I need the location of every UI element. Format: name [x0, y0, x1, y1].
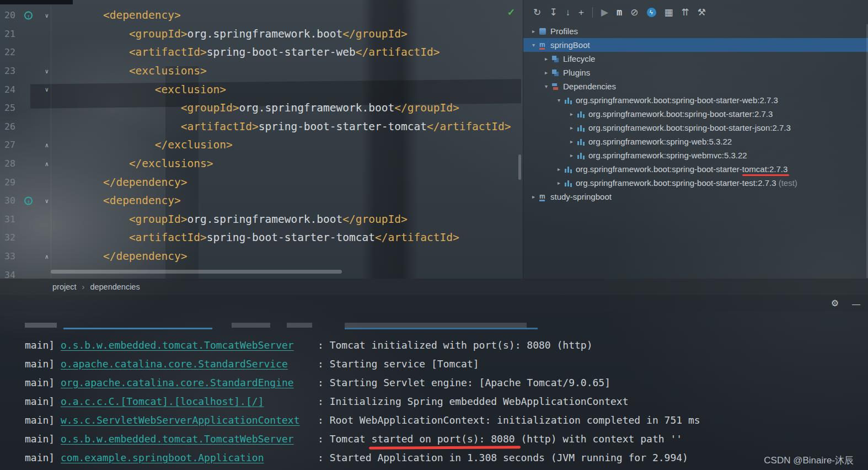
tree-item[interactable]: ▸org.springframework:spring-webmvc:5.3.2…	[523, 148, 868, 162]
plugins-icon	[551, 69, 560, 77]
editor-horizontal-scrollbar[interactable]	[51, 270, 342, 274]
download-icon[interactable]: ↓	[566, 8, 571, 17]
settings-gear-icon[interactable]: ⚙	[831, 299, 839, 308]
editor-line[interactable]: 30↑∨<dependency>	[0, 191, 523, 210]
editor-line[interactable]: 23∨<exclusions>	[0, 62, 523, 81]
editor-line[interactable]: 27∧</exclusion>	[0, 136, 523, 154]
breadcrumb-item[interactable]: dependencies	[90, 282, 140, 291]
chevron-right-icon[interactable]: ▸	[542, 70, 551, 76]
skip-tests-icon[interactable]: ⊘	[630, 8, 638, 17]
fold-marker-icon[interactable]: ∨	[45, 197, 49, 204]
add-icon[interactable]: +	[578, 8, 584, 17]
breadcrumb: project › dependencies	[0, 279, 868, 295]
grid-icon[interactable]: ▦	[665, 8, 673, 17]
tree-item[interactable]: ▸Profiles	[523, 24, 868, 38]
fold-marker-icon[interactable]: ∨	[45, 12, 49, 19]
chevron-right-icon[interactable]: ▸	[567, 138, 576, 145]
clipped-text-fragment	[232, 323, 270, 328]
gutter-navigate-icon[interactable]: ↑	[24, 196, 33, 205]
editor-line[interactable]: 29</dependency>	[0, 173, 523, 191]
editor-line[interactable]: 22<artifactId>spring-boot-starter-web</a…	[0, 43, 523, 62]
logger-link[interactable]: o.apache.catalina.core.StandardService	[61, 358, 288, 370]
editor-line[interactable]: 33∧</dependency>	[0, 247, 523, 266]
logger-link[interactable]: o.s.b.w.embedded.tomcat.TomcatWebServer	[61, 433, 294, 445]
tree-item[interactable]: ▸org.springframework.boot:spring-boot-st…	[523, 162, 868, 176]
editor-line[interactable]: 26<artifactId>spring-boot-starter-tomcat…	[0, 118, 523, 136]
editor-line[interactable]: 21<groupId>org.springframework.boot</gro…	[0, 25, 523, 44]
fold-marker-icon[interactable]: ∨	[45, 67, 49, 74]
editor-line[interactable]: 25<groupId>org.springframework.boot</gro…	[0, 99, 523, 118]
chevron-down-icon[interactable]: ▾	[554, 97, 564, 103]
chevron-right-icon[interactable]: ▸	[554, 180, 564, 186]
fold-marker-icon[interactable]: ∧	[45, 141, 49, 148]
log-separator: :	[318, 339, 330, 351]
logger-link[interactable]: org.apache.catalina.core.StandardEngine	[61, 377, 294, 388]
offline-icon[interactable]: ϟ	[647, 8, 656, 17]
code-segment: </groupId>	[342, 213, 407, 226]
editor-line[interactable]: 28∧</exclusions>	[0, 154, 523, 173]
log-separator: :	[318, 377, 330, 388]
minimize-icon[interactable]: —	[852, 300, 860, 308]
code-segment: </dependency>	[103, 176, 187, 189]
tree-item[interactable]: ▾springBoot	[523, 38, 868, 52]
download-sources-icon[interactable]: ↧	[549, 8, 557, 17]
wrench-icon[interactable]: ⚒	[698, 8, 706, 17]
fold-marker-icon[interactable]: ∧	[45, 253, 49, 260]
log-separator: :	[318, 414, 330, 426]
tree-item[interactable]: ▸org.springframework.boot:spring-boot-st…	[523, 107, 868, 121]
code-segment: <exclusion>	[155, 83, 226, 96]
watermark: CSDN @Binaire-沐辰	[764, 454, 854, 467]
collapse-all-icon[interactable]: ⇈	[682, 8, 689, 17]
line-number: 23	[0, 66, 21, 76]
line-number: 25	[0, 103, 21, 113]
tree-item[interactable]: ▾org.springframework.boot:spring-boot-st…	[523, 93, 868, 107]
editor-line[interactable]: 24∨<exclusion>	[0, 80, 523, 99]
line-number: 24	[0, 84, 21, 95]
tree-item[interactable]: ▸org.springframework.boot:spring-boot-st…	[523, 121, 868, 135]
tree-item[interactable]: ▸study-springboot	[523, 190, 868, 204]
chevron-right-icon[interactable]: ▸	[529, 28, 538, 34]
tree-item[interactable]: ▸Lifecycle	[523, 52, 868, 66]
gutter-icons	[21, 99, 51, 118]
profiles-icon	[538, 28, 547, 35]
chevron-down-icon[interactable]: ▾	[529, 42, 538, 48]
logger-link[interactable]: w.s.c.ServletWebServerApplicationContext	[61, 414, 299, 426]
chevron-right-icon[interactable]: ▸	[542, 56, 551, 62]
code-text: <dependency>	[51, 191, 181, 210]
chevron-right-icon[interactable]: ▸	[567, 152, 576, 158]
clipped-log-line	[0, 322, 868, 330]
tree-item[interactable]: ▸org.springframework.boot:spring-boot-st…	[523, 176, 868, 190]
gutter-navigate-icon[interactable]: ↑	[24, 11, 33, 19]
fold-marker-icon[interactable]: ∨	[45, 86, 49, 93]
tree-item[interactable]: ▸org.springframework:spring-web:5.3.22	[523, 135, 868, 148]
chevron-right-icon[interactable]: ▸	[567, 125, 576, 131]
maven-m-icon[interactable]: m	[617, 8, 622, 17]
editor-line[interactable]: 31<groupId>org.springframework.boot</gro…	[0, 210, 523, 229]
run-icon[interactable]: ▶	[601, 8, 608, 17]
chevron-right-icon[interactable]: ▸	[529, 194, 538, 200]
tree-item[interactable]: ▾Dependencies	[523, 79, 868, 93]
logger-link[interactable]: o.s.b.w.embedded.tomcat.TomcatWebServer	[61, 339, 294, 351]
chevron-right-icon[interactable]: ▸	[567, 111, 576, 117]
library-icon	[576, 138, 585, 146]
clipped-link-underline	[63, 328, 212, 329]
tree-item[interactable]: ▸Plugins	[523, 66, 868, 79]
logger-link[interactable]: com.example.springboot.Application	[61, 452, 264, 463]
code-segment: <groupId>	[129, 213, 187, 226]
fold-marker-icon[interactable]: ∧	[45, 160, 49, 167]
code-text: </exclusions>	[51, 154, 213, 173]
inspection-check-icon[interactable]: ✓	[507, 7, 515, 18]
editor-line[interactable]: 32<artifactId>spring-boot-starter-tomcat…	[0, 228, 523, 247]
chevron-right-icon[interactable]: ▸	[554, 166, 564, 172]
breadcrumb-item[interactable]: project	[52, 282, 77, 291]
log-message: Starting Servlet engine: [Apache Tomcat/…	[330, 377, 610, 388]
logger-link[interactable]: o.a.c.c.C.[Tomcat].[localhost].[/]	[61, 396, 264, 407]
editor-lines: 20↑∨<dependency>21<groupId>org.springfra…	[0, 6, 523, 279]
log-separator: :	[318, 452, 330, 463]
code-segment: <artifactId>	[129, 46, 207, 58]
chevron-down-icon[interactable]: ▾	[542, 83, 551, 89]
editor-line[interactable]: 20↑∨<dependency>	[0, 6, 523, 25]
refresh-icon[interactable]: ↻	[533, 8, 541, 17]
logger-column: com.example.springboot.Application	[61, 448, 318, 467]
editor-vertical-scrollbar[interactable]	[518, 154, 521, 180]
